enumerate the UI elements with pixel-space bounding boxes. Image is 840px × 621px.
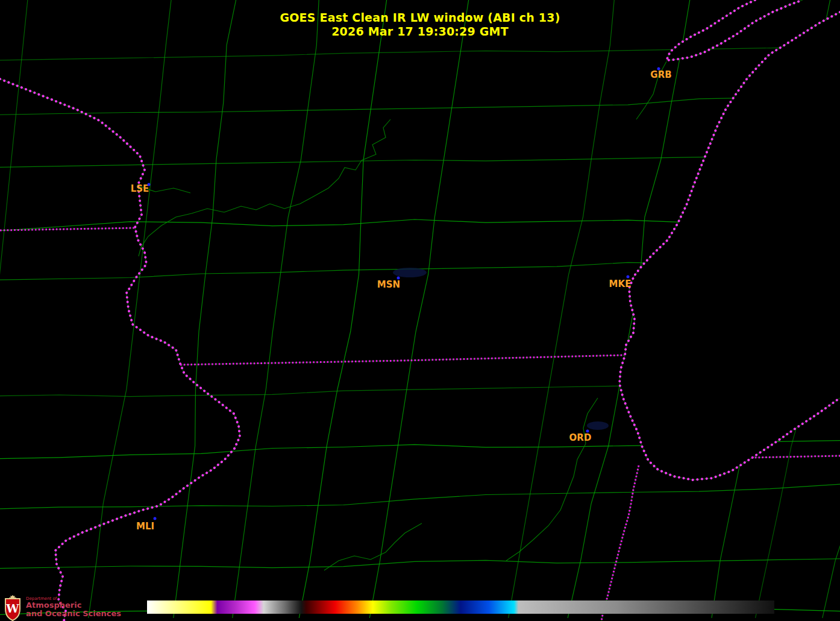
- satellite-map-image: [0, 0, 840, 621]
- logo-text: Department of Atmospheric and Oceanic Sc…: [26, 594, 121, 618]
- station-dot-lse: [148, 183, 151, 186]
- station-dot-grb: [657, 68, 660, 71]
- crest-w-letter: W: [5, 602, 19, 615]
- logo-oceanic-sciences: and Oceanic Sciences: [26, 610, 121, 618]
- station-dot-msn: [397, 277, 400, 280]
- uw-aos-logo: W Department of Atmospheric and Oceanic …: [4, 594, 121, 621]
- station-label-mke: MKE: [609, 279, 632, 289]
- uw-crest-icon: W: [4, 594, 21, 621]
- station-label-ord: ORD: [569, 432, 592, 443]
- station-label-mli: MLI: [136, 521, 154, 532]
- station-label-msn: MSN: [377, 279, 400, 290]
- station-dot-ord: [586, 430, 589, 433]
- title-line-2: 2026 Mar 17 19:30:29 GMT: [0, 25, 840, 39]
- station-dot-mli: [154, 517, 157, 520]
- title-line-1: GOES East Clean IR LW window (ABI ch 13): [0, 11, 840, 25]
- satellite-viewer: GOES East Clean IR LW window (ABI ch 13)…: [0, 0, 840, 621]
- temperature-colorbar: [147, 601, 774, 614]
- image-title: GOES East Clean IR LW window (ABI ch 13)…: [0, 11, 840, 39]
- station-label-lse: LSE: [131, 183, 149, 194]
- logo-atmospheric: Atmospheric: [26, 601, 121, 610]
- station-dot-mke: [627, 276, 630, 279]
- station-label-grb: GRB: [650, 69, 671, 80]
